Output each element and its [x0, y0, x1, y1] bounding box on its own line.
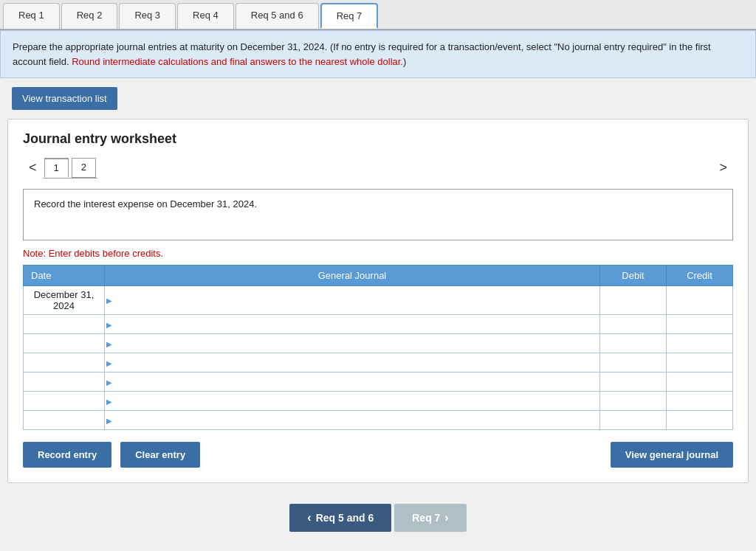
table-row: December 31,2024	[24, 286, 733, 315]
instruction-text3: )	[403, 56, 406, 67]
date-cell-6	[24, 392, 105, 411]
debit-cell-3[interactable]	[600, 334, 667, 353]
credit-cell-6[interactable]	[667, 392, 733, 411]
journal-cell-3[interactable]	[105, 334, 600, 353]
tab-req1[interactable]: Req 1	[3, 3, 60, 29]
credit-input-3[interactable]	[667, 334, 732, 353]
credit-cell-5[interactable]	[667, 372, 733, 392]
journal-cell-2[interactable]	[105, 315, 600, 334]
tab-req7[interactable]: Req 7	[320, 3, 379, 29]
page-navigation: < 1 2 >	[23, 157, 733, 179]
col-header-date: Date	[24, 266, 105, 286]
clear-entry-button[interactable]: Clear entry	[120, 442, 200, 468]
journal-cell-6[interactable]	[105, 392, 600, 411]
debit-input-6[interactable]	[600, 392, 666, 410]
instruction-text2: Round intermediate calculations and fina…	[72, 56, 403, 67]
journal-input-4[interactable]	[105, 353, 599, 372]
journal-input-2[interactable]	[105, 315, 599, 333]
debit-input-3[interactable]	[600, 334, 666, 353]
col-header-credit: Credit	[667, 266, 733, 286]
worksheet-title: Journal entry worksheet	[23, 131, 733, 147]
page-tab-1[interactable]: 1	[44, 158, 69, 178]
credit-input-6[interactable]	[667, 392, 732, 410]
bottom-prev-button[interactable]: Req 5 and 6	[289, 504, 391, 532]
debit-cell-2[interactable]	[600, 315, 667, 334]
journal-cell-1[interactable]	[105, 286, 600, 315]
credit-cell-1[interactable]	[667, 286, 733, 315]
bottom-navigation: Req 5 and 6 Req 7	[0, 495, 756, 547]
credit-cell-2[interactable]	[667, 315, 733, 334]
col-header-journal: General Journal	[105, 266, 600, 286]
credit-input-2[interactable]	[667, 315, 732, 333]
journal-cell-7[interactable]	[105, 411, 600, 430]
table-row	[24, 353, 733, 372]
col-header-debit: Debit	[600, 266, 667, 286]
date-cell-4	[24, 353, 105, 372]
journal-input-3[interactable]	[105, 334, 599, 353]
next-page-arrow[interactable]: >	[713, 157, 733, 179]
instruction-box: Prepare the appropriate journal entries …	[0, 30, 756, 78]
debit-cell-4[interactable]	[600, 353, 667, 372]
debit-input-4[interactable]	[600, 353, 666, 372]
table-row	[24, 411, 733, 430]
credit-cell-3[interactable]	[667, 334, 733, 353]
table-row	[24, 334, 733, 353]
tab-req2[interactable]: Req 2	[61, 3, 118, 29]
date-cell-3	[24, 334, 105, 353]
credit-cell-4[interactable]	[667, 353, 733, 372]
page-tabs: 1 2	[43, 158, 97, 179]
debit-input-2[interactable]	[600, 315, 666, 333]
credit-input-7[interactable]	[667, 411, 732, 429]
debit-cell-7[interactable]	[600, 411, 667, 430]
debit-cell-5[interactable]	[600, 372, 667, 392]
entry-description: Record the interest expense on December …	[23, 189, 733, 240]
tab-req3[interactable]: Req 3	[119, 3, 176, 29]
table-row	[24, 392, 733, 411]
date-cell-2	[24, 315, 105, 334]
credit-cell-7[interactable]	[667, 411, 733, 430]
journal-table: Date General Journal Debit Credit Decemb…	[23, 265, 733, 430]
table-row	[24, 315, 733, 334]
journal-input-1[interactable]	[105, 286, 599, 314]
debit-input-1[interactable]	[600, 286, 666, 314]
date-cell-5	[24, 372, 105, 392]
view-transaction-list-button[interactable]: View transaction list	[12, 87, 117, 110]
date-cell-7	[24, 411, 105, 430]
worksheet-buttons: Record entry Clear entry View general jo…	[23, 442, 733, 468]
credit-input-4[interactable]	[667, 353, 732, 372]
credit-input-5[interactable]	[667, 372, 732, 391]
journal-input-5[interactable]	[105, 372, 599, 391]
worksheet-container: Journal entry worksheet < 1 2 > Record t…	[7, 119, 749, 483]
credit-input-1[interactable]	[667, 286, 732, 314]
tab-req5and6[interactable]: Req 5 and 6	[236, 3, 319, 29]
journal-input-7[interactable]	[105, 411, 599, 429]
page-tab-2[interactable]: 2	[72, 158, 96, 178]
bottom-next-button: Req 7	[394, 504, 466, 532]
prev-page-arrow[interactable]: <	[23, 157, 43, 179]
journal-cell-5[interactable]	[105, 372, 600, 392]
debit-input-7[interactable]	[600, 411, 666, 429]
debit-cell-6[interactable]	[600, 392, 667, 411]
date-cell-1: December 31,2024	[24, 286, 105, 315]
journal-cell-4[interactable]	[105, 353, 600, 372]
note-text: Note: Enter debits before credits.	[23, 248, 733, 259]
view-general-journal-button[interactable]: View general journal	[611, 442, 733, 468]
table-row	[24, 372, 733, 392]
tabs-bar: Req 1 Req 2 Req 3 Req 4 Req 5 and 6 Req …	[0, 0, 756, 30]
debit-cell-1[interactable]	[600, 286, 667, 315]
debit-input-5[interactable]	[600, 372, 666, 391]
record-entry-button[interactable]: Record entry	[23, 442, 111, 468]
journal-input-6[interactable]	[105, 392, 599, 410]
tab-req4[interactable]: Req 4	[177, 3, 234, 29]
